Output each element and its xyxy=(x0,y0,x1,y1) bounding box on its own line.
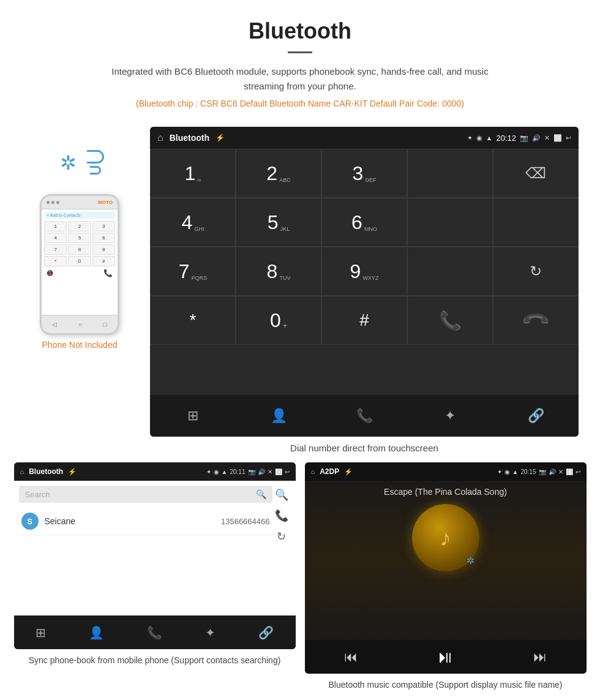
key-7: 7 xyxy=(44,244,67,255)
music-title-label: A2DP xyxy=(320,467,339,476)
music-status-bar: ⌂ A2DP ⚡ ✦ ◉ ▲ 20:15 📷 🔊 ✕ ⬜ ↩ xyxy=(305,462,587,481)
pb-home-icon: ⌂ xyxy=(20,468,24,475)
pb-nav-bluetooth[interactable]: ✦ xyxy=(205,625,216,640)
key-2: 2 xyxy=(68,221,91,231)
hash-key: # xyxy=(359,312,369,329)
music-song-title: Escape (The Pina Colada Song) xyxy=(384,487,507,497)
dial-key-star[interactable]: * xyxy=(150,296,236,345)
pb-vol-icon: 🔊 xyxy=(258,469,265,475)
dial-key-1[interactable]: 1∞ xyxy=(150,149,236,198)
dial-key-hash[interactable]: # xyxy=(321,296,407,345)
music-back-icon: ↩ xyxy=(576,469,580,475)
music-cam-icon: 📷 xyxy=(539,469,546,475)
pb-status-right: ✦ ◉ ▲ 20:11 📷 🔊 ✕ ⬜ ↩ xyxy=(206,469,290,475)
music-loc-icon: ◉ xyxy=(504,469,510,475)
contact-name: Seicane xyxy=(45,516,221,526)
pb-usb-icon: ⚡ xyxy=(68,468,77,476)
dial-key-6[interactable]: 6MNO xyxy=(321,198,407,247)
page-header: Bluetooth Integrated with BC6 Bluetooth … xyxy=(0,0,600,121)
key-6: 6 xyxy=(92,233,115,243)
dial-caption: Dial number direct from touchscreen xyxy=(150,443,579,453)
dial-empty-r2c5 xyxy=(493,198,579,247)
home-icon[interactable]: ⌂ xyxy=(157,132,163,143)
pb-back-icon: ↩ xyxy=(285,469,290,475)
bottom-nav-calls[interactable]: 📞 xyxy=(321,394,407,437)
bottom-nav-dialpad[interactable]: ⊞ xyxy=(150,394,236,437)
pb-win-icon: ⬜ xyxy=(275,469,282,475)
pb-nav-dialpad[interactable]: ⊞ xyxy=(36,625,46,640)
phone-call-row: 📵 📞 xyxy=(44,269,115,277)
calls-icon: 📞 xyxy=(356,408,373,424)
phone-dialpad: 1 2 3 4 5 6 7 8 9 * 0 # xyxy=(44,221,115,266)
dial-screen: ⌂ Bluetooth ⚡ ✦ ◉ ▲ 20:12 📷 🔊 ✕ ⬜ ↩ xyxy=(150,127,579,437)
phone-not-included-label: Phone Not Included xyxy=(42,340,118,350)
phonebook-screen: ⌂ Bluetooth ⚡ ✦ ◉ ▲ 20:11 📷 🔊 ✕ ⬜ ↩ xyxy=(14,462,296,649)
header-specs: (Bluetooth chip : CSR BC6 Default Blueto… xyxy=(12,99,588,108)
music-usb-icon: ⚡ xyxy=(344,468,353,476)
usb-icon: ⚡ xyxy=(216,134,225,142)
dial-key-7[interactable]: 7PQRS xyxy=(150,247,236,296)
main-section: ✲ MOTO + Add to Contacts 1 2 3 xyxy=(0,121,600,462)
phone-dot xyxy=(47,201,50,204)
dial-empty-r1c4 xyxy=(407,149,493,198)
phone-dot xyxy=(56,201,59,204)
settings-icon: 🔗 xyxy=(528,408,544,424)
phonebook-caption: Sync phone-book from mobile phone (Suppo… xyxy=(14,654,296,667)
status-title: Bluetooth xyxy=(170,133,209,143)
dial-empty-r3c4 xyxy=(407,247,493,296)
pb-call-side-icon[interactable]: 📞 xyxy=(275,509,288,522)
dial-key-4[interactable]: 4GHI xyxy=(150,198,236,247)
bottom-nav-bluetooth[interactable]: ✦ xyxy=(407,394,493,437)
contact-number: 13566664466 xyxy=(221,517,270,526)
pb-main-list: Search 🔍 S Seicane 13566664466 xyxy=(19,486,272,546)
music-status-left: ⌂ A2DP ⚡ xyxy=(311,467,353,476)
wave-arc-small xyxy=(90,166,101,175)
pb-nav-link[interactable]: 🔗 xyxy=(258,625,274,640)
dial-key-5[interactable]: 5JKL xyxy=(236,198,321,247)
pb-refresh-side-icon[interactable]: ↻ xyxy=(277,530,286,543)
phonebook-block: ⌂ Bluetooth ⚡ ✦ ◉ ▲ 20:11 📷 🔊 ✕ ⬜ ↩ xyxy=(14,462,296,691)
back-icon[interactable]: ↩ xyxy=(566,134,571,142)
music-main: Escape (The Pina Colada Song) ♪ ✲ // Gen… xyxy=(305,481,587,640)
call-green-icon: 📞 xyxy=(439,310,462,331)
pb-status-bar: ⌂ Bluetooth ⚡ ✦ ◉ ▲ 20:11 📷 🔊 ✕ ⬜ ↩ xyxy=(14,462,296,481)
dial-key-2[interactable]: 2ABC xyxy=(236,149,321,198)
pb-search-bar[interactable]: Search 🔍 xyxy=(19,486,272,503)
pb-search-side-icon[interactable]: 🔍 xyxy=(275,488,288,502)
phone-dot xyxy=(51,201,54,204)
dial-key-0[interactable]: 0+ xyxy=(236,296,321,345)
music-next-btn[interactable]: ⏭ xyxy=(533,649,547,665)
music-play-pause-btn[interactable]: ⏯ xyxy=(437,647,454,667)
music-status-right: ✦ ◉ ▲ 20:15 📷 🔊 ✕ ⬜ ↩ xyxy=(497,469,580,475)
end-call-icon: 📵 xyxy=(47,270,53,276)
pb-nav-contacts[interactable]: 👤 xyxy=(89,625,104,640)
star-key: * xyxy=(190,312,197,329)
dial-key-9[interactable]: 9WXYZ xyxy=(321,247,407,296)
volume-icon: 🔊 xyxy=(532,134,541,142)
music-sig-icon: ▲ xyxy=(512,469,519,475)
pb-time: 20:11 xyxy=(230,469,245,475)
phone-screen-content: + Add to Contacts 1 2 3 4 5 6 7 8 9 * 0 … xyxy=(42,209,118,315)
phone-bottom-bar: ◁ ○ □ xyxy=(42,315,118,333)
phone-menu-btn: □ xyxy=(103,321,107,328)
bluetooth-wave: ✲ xyxy=(55,145,104,188)
key-3: 3 xyxy=(92,221,115,231)
end-call-icon: 📞 xyxy=(520,305,552,336)
music-win-icon: ⬜ xyxy=(566,469,573,475)
music-vol-icon: 🔊 xyxy=(549,469,556,475)
pb-bt-icon: ✦ xyxy=(206,469,211,475)
key-star: * xyxy=(44,256,67,266)
dial-key-8[interactable]: 8TUV xyxy=(236,247,321,296)
dialpad-icon: ⊞ xyxy=(187,408,198,424)
bluetooth-status-icon: ✦ xyxy=(467,134,473,142)
dial-key-3[interactable]: 3DEF xyxy=(321,149,407,198)
dial-call-red[interactable]: 📞 xyxy=(493,296,579,345)
dial-call-green[interactable]: 📞 xyxy=(407,296,493,345)
music-prev-btn[interactable]: ⏮ xyxy=(344,649,358,665)
dial-backspace[interactable]: ⌫ xyxy=(493,149,579,198)
bottom-nav-contacts[interactable]: 👤 xyxy=(236,394,321,437)
bottom-nav-settings[interactable]: 🔗 xyxy=(493,394,579,437)
dial-redial[interactable]: ↻ xyxy=(493,247,579,296)
pb-sig-icon: ▲ xyxy=(222,469,228,475)
pb-nav-calls[interactable]: 📞 xyxy=(147,625,162,640)
